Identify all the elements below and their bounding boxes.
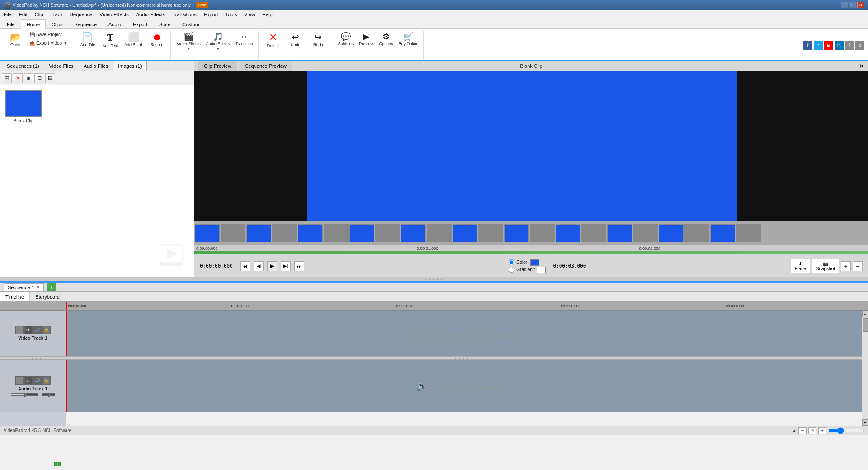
clip-detail-view-button[interactable]: ⊟: [34, 73, 44, 83]
add-file-button[interactable]: 📄 Add File: [77, 31, 99, 49]
buy-online-button[interactable]: 🛒 Buy Online: [396, 31, 420, 48]
skip-back-button[interactable]: ⏮: [240, 261, 250, 271]
preview-zoom-out-button[interactable]: ─: [853, 261, 863, 271]
delete-button[interactable]: ✕ Delete: [262, 31, 284, 50]
status-zoom-in-btn[interactable]: +: [818, 427, 826, 434]
main-divider[interactable]: • • • • •: [0, 277, 868, 281]
balance-thumb[interactable]: [48, 393, 50, 397]
options-button[interactable]: ⚙ Options: [377, 31, 395, 48]
add-text-button[interactable]: T Add Text: [99, 31, 121, 50]
balance-slider-track[interactable]: [42, 393, 55, 396]
track-collapse-btn[interactable]: ─: [15, 326, 24, 334]
volume-slider-track[interactable]: [11, 393, 38, 396]
status-fit-btn[interactable]: ⊡: [808, 427, 816, 434]
facebook-icon[interactable]: f: [803, 41, 812, 50]
scroll-thumb[interactable]: [863, 318, 868, 332]
video-effects-button[interactable]: 🎬 Video Effects ▼: [175, 31, 203, 53]
add-tab-button[interactable]: +: [147, 61, 156, 70]
tab-sequence[interactable]: Sequence: [69, 19, 103, 28]
add-blank-button[interactable]: ⬜ Add Blank: [122, 31, 145, 49]
sequence-tab-close[interactable]: ✕: [36, 285, 40, 290]
play-button[interactable]: ▶: [267, 261, 277, 271]
export-video-button[interactable]: 📤 Export Video ▼: [27, 39, 70, 47]
skip-fwd-button[interactable]: ⏭: [294, 261, 304, 271]
menu-audio-effects[interactable]: Audio Effects: [132, 10, 169, 19]
tab-custom[interactable]: Custom: [176, 19, 205, 28]
track-mute-btn[interactable]: 🔊: [33, 326, 42, 334]
tab-export[interactable]: Export: [127, 19, 153, 28]
maximize-btn[interactable]: □: [849, 2, 856, 8]
tab-suite[interactable]: Suite: [153, 19, 176, 28]
youtube-icon[interactable]: ▶: [824, 41, 833, 50]
redo-button[interactable]: ↪ Redo: [307, 31, 329, 49]
clip-preview-tab[interactable]: Clip Preview: [198, 61, 237, 70]
help-icon[interactable]: ?: [845, 41, 854, 50]
snapshot-button[interactable]: 📷 Snapshot: [812, 259, 839, 273]
menu-track[interactable]: Track: [47, 10, 66, 19]
clip-view-button[interactable]: ⊞: [2, 73, 12, 83]
clip-tab-sequences[interactable]: Sequences (1): [2, 61, 44, 71]
title-bar-controls[interactable]: ─ □ ✕: [841, 2, 864, 8]
tracks-resize-handle[interactable]: • • • • •: [66, 356, 862, 360]
audio-lock-btn[interactable]: 🔒: [42, 376, 51, 385]
linkedin-icon[interactable]: in: [835, 41, 844, 50]
clip-tab-video-files[interactable]: Video Files: [44, 61, 79, 71]
menu-export[interactable]: Export: [200, 10, 222, 19]
close-btn[interactable]: ✕: [857, 2, 864, 8]
step-back-button[interactable]: ◀: [254, 261, 264, 271]
track-resize-handle[interactable]: • • • • •: [0, 356, 66, 360]
clip-list-view-button[interactable]: ≡: [24, 73, 33, 83]
sequence-tab[interactable]: Sequence 1 ✕: [4, 283, 44, 291]
menu-file[interactable]: File: [0, 10, 15, 19]
step-fwd-button[interactable]: ▶|: [281, 261, 291, 271]
color-swatch[interactable]: [530, 259, 539, 266]
menu-edit[interactable]: Edit: [15, 10, 31, 19]
scroll-up-btn[interactable]: ▲: [862, 311, 868, 317]
audio-mute-btn[interactable]: 🔊: [33, 376, 42, 385]
gradient-radio[interactable]: [509, 267, 514, 273]
volume-thumb[interactable]: [24, 393, 26, 397]
undo-button[interactable]: ↩ Undo: [285, 31, 307, 49]
status-zoom-out-btn[interactable]: ─: [798, 427, 807, 434]
preview-close-btn[interactable]: ✕: [859, 62, 864, 70]
menu-clip[interactable]: Clip: [31, 10, 47, 19]
timeline-tab[interactable]: Timeline: [0, 292, 30, 301]
clip-tab-audio-files[interactable]: Audio Files: [79, 61, 113, 71]
menu-transitions[interactable]: Transitions: [169, 10, 200, 19]
transition-button[interactable]: ↔ Transition: [233, 31, 255, 48]
place-button[interactable]: ⬇ Place: [791, 259, 810, 273]
video-track-content[interactable]: ⬚ Drag and drop your video, text and ima…: [66, 311, 862, 356]
settings-icon[interactable]: ⚙: [855, 41, 864, 50]
scroll-down-btn[interactable]: ▼: [862, 419, 868, 426]
tab-home[interactable]: Home: [21, 19, 46, 29]
subtitles-button[interactable]: 💬 Subtitles: [336, 31, 356, 48]
twitter-icon[interactable]: t: [814, 41, 823, 50]
blank-clip-item[interactable]: Blank Clip: [4, 89, 43, 125]
clip-more-button[interactable]: ▤: [45, 73, 55, 83]
track-visibility-btn[interactable]: 👁: [24, 326, 33, 334]
preview-zoom-in-button[interactable]: +: [841, 261, 851, 271]
menu-tools[interactable]: Tools: [222, 10, 241, 19]
tab-file[interactable]: File: [1, 19, 21, 28]
audio-collapse-btn[interactable]: ─: [15, 376, 24, 385]
menu-help[interactable]: Help: [259, 10, 276, 19]
clip-tab-images[interactable]: Images (1): [113, 61, 147, 71]
tab-clips[interactable]: Clips: [46, 19, 68, 28]
clip-delete-button[interactable]: ✕: [13, 73, 23, 83]
open-button[interactable]: 📂 Open: [5, 31, 26, 49]
menu-sequence[interactable]: Sequence: [66, 10, 96, 19]
storyboard-tab[interactable]: Storyboard: [30, 292, 65, 301]
save-project-button[interactable]: 💾 Save Project: [27, 31, 70, 38]
gradient-swatch[interactable]: [537, 267, 546, 273]
menu-view[interactable]: View: [241, 10, 259, 19]
sequence-preview-tab[interactable]: Sequence Preview: [239, 61, 292, 70]
audio-visibility-btn[interactable]: 🔈: [24, 376, 33, 385]
scroll-track[interactable]: [862, 317, 868, 419]
timeline-scrollbar[interactable]: ▲ ▼: [862, 311, 868, 426]
color-radio[interactable]: [509, 259, 514, 265]
tab-audio[interactable]: Audio: [103, 19, 127, 28]
zoom-slider[interactable]: [828, 428, 864, 434]
minimize-btn[interactable]: ─: [841, 2, 848, 8]
preview-button[interactable]: ▶ Preview: [357, 31, 376, 48]
track-lock-btn[interactable]: 🔒: [42, 326, 51, 334]
